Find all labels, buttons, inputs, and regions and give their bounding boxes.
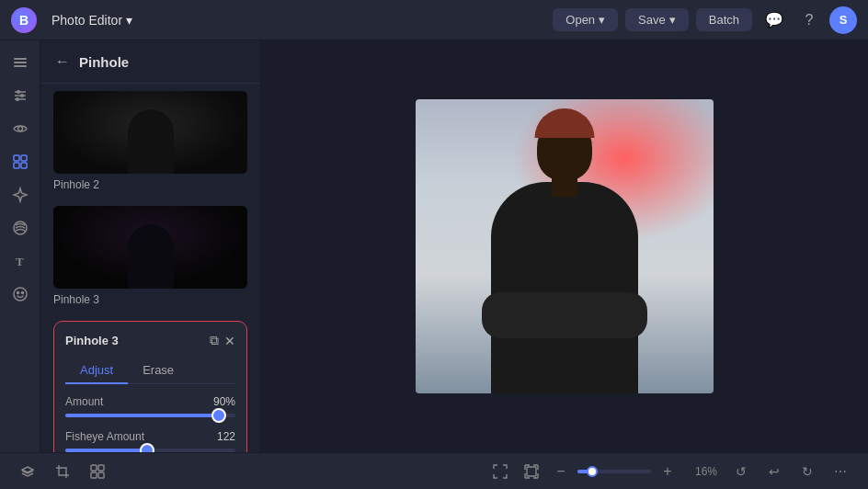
svg-rect-13 <box>21 163 27 168</box>
save-label: Save <box>638 13 666 27</box>
filters-tool-button[interactable] <box>6 147 35 176</box>
texture-tool-button[interactable] <box>6 213 35 243</box>
list-item[interactable]: Pinhole 3 <box>40 199 260 313</box>
fisheye-row: Fisheye Amount 122 <box>65 430 235 443</box>
fisheye-value: 122 <box>217 430 235 443</box>
rotate-left-button[interactable]: ↺ <box>728 459 754 484</box>
copy-icon-button[interactable]: ⧉ <box>210 333 219 348</box>
topbar: B Photo Editor ▾ Open ▾ Save ▾ Batch 💬 ?… <box>0 0 868 40</box>
app-logo: B <box>11 7 37 33</box>
open-chevron-icon: ▾ <box>599 13 605 27</box>
svg-text:T: T <box>16 255 24 268</box>
text-tool-button[interactable]: T <box>6 246 35 276</box>
title-chevron-icon: ▾ <box>126 13 132 28</box>
bottombar-right: ↺ ↩ ↻ ⋯ <box>728 459 853 484</box>
filter-thumbnail <box>53 91 247 174</box>
amount-slider-thumb[interactable] <box>211 408 226 423</box>
photo-canvas <box>416 99 714 393</box>
svg-rect-19 <box>91 465 97 471</box>
layers-bottom-button[interactable] <box>15 459 40 484</box>
filter-label: Pinhole 2 <box>53 178 247 191</box>
tab-adjust[interactable]: Adjust <box>65 358 128 384</box>
svg-point-4 <box>17 90 20 94</box>
svg-point-18 <box>21 292 23 294</box>
back-button[interactable]: ← <box>53 51 72 72</box>
amount-row: Amount 90% <box>65 395 235 408</box>
fisheye-label: Fisheye Amount <box>65 430 144 443</box>
close-icon-button[interactable]: ✕ <box>224 333 235 348</box>
undo-button[interactable]: ↩ <box>761 459 787 484</box>
batch-label: Batch <box>709 13 739 27</box>
filter-panel-title: Pinhole <box>79 54 129 70</box>
zoom-percentage: 16% <box>684 465 717 478</box>
redo-button[interactable]: ↻ <box>794 459 820 484</box>
svg-point-17 <box>17 292 18 294</box>
svg-rect-22 <box>98 472 104 478</box>
zoom-in-button[interactable]: + <box>657 461 679 483</box>
fisheye-slider-track[interactable] <box>65 449 235 452</box>
popup-tabs: Adjust Erase <box>65 358 235 384</box>
chat-icon-button[interactable]: 💬 <box>760 6 789 35</box>
svg-rect-11 <box>21 155 27 161</box>
zoom-controls: − + 16% <box>487 459 717 484</box>
svg-point-16 <box>14 288 27 301</box>
pinhole3-section: Pinhole 3 Pinhole 3 ⧉ ✕ Adjust Erase A <box>40 199 260 452</box>
filter-panel-header: ← Pinhole <box>40 40 260 84</box>
open-button[interactable]: Open ▾ <box>553 8 618 31</box>
photo-overlay <box>416 99 714 393</box>
svg-point-6 <box>20 94 24 97</box>
expand-button[interactable] <box>487 459 513 484</box>
popup-title: Pinhole 3 <box>65 334 119 347</box>
amount-slider-fill <box>65 414 219 417</box>
amount-label: Amount <box>65 395 103 408</box>
topbar-icons: 💬 ? S <box>760 6 857 35</box>
svg-rect-10 <box>14 155 19 161</box>
effects-tool-button[interactable] <box>6 180 35 210</box>
more-button[interactable]: ⋯ <box>828 459 853 484</box>
canvas-area <box>261 40 868 452</box>
svg-rect-20 <box>98 465 104 471</box>
sticker-tool-button[interactable] <box>6 279 35 309</box>
app-title-button[interactable]: Photo Editor ▾ <box>44 9 140 31</box>
zoom-thumb[interactable] <box>587 466 598 477</box>
filter-label: Pinhole 3 <box>53 293 247 306</box>
tab-erase[interactable]: Erase <box>128 358 188 384</box>
batch-button[interactable]: Batch <box>696 8 752 31</box>
svg-rect-0 <box>14 58 27 60</box>
popup-card-header: Pinhole 3 ⧉ ✕ <box>65 333 235 348</box>
list-item[interactable]: Pinhole 2 <box>40 84 260 199</box>
svg-rect-1 <box>14 62 27 63</box>
logo-letter: B <box>19 13 29 28</box>
icon-sidebar: T <box>0 40 40 452</box>
user-avatar[interactable]: S <box>829 6 857 34</box>
amount-slider-track[interactable] <box>65 414 235 417</box>
svg-rect-12 <box>14 163 19 168</box>
grid-bottom-button[interactable] <box>85 459 110 484</box>
open-label: Open <box>565 13 595 27</box>
filter-thumbnail <box>53 206 247 289</box>
svg-point-8 <box>16 97 19 101</box>
filter-panel: ← Pinhole Pinhole 2 P <box>40 40 261 452</box>
fisheye-slider-fill <box>65 449 147 452</box>
app-title: Photo Editor <box>51 13 122 28</box>
bottombar: − + 16% ↺ ↩ ↻ ⋯ <box>0 452 868 489</box>
popup-card: Pinhole 3 ⧉ ✕ Adjust Erase Amount 90% <box>53 321 247 452</box>
svg-rect-23 <box>527 467 536 476</box>
save-button[interactable]: Save ▾ <box>625 8 689 31</box>
adjustments-tool-button[interactable] <box>6 81 35 110</box>
zoom-slider[interactable] <box>577 470 651 473</box>
svg-rect-21 <box>91 472 97 478</box>
eye-tool-button[interactable] <box>6 114 35 143</box>
zoom-out-button[interactable]: − <box>550 461 572 483</box>
svg-point-9 <box>17 127 22 131</box>
main-area: T ← Pinhole Pinhole 2 <box>0 40 868 452</box>
crop-bottom-button[interactable] <box>50 459 75 484</box>
fisheye-slider-thumb[interactable] <box>140 443 154 452</box>
resize-button[interactable] <box>519 459 544 484</box>
save-chevron-icon: ▾ <box>669 13 676 27</box>
layers-tool-button[interactable] <box>6 48 35 77</box>
popup-card-icons: ⧉ ✕ <box>210 333 235 348</box>
help-icon-button[interactable]: ? <box>794 6 824 35</box>
svg-rect-2 <box>14 65 27 67</box>
bottombar-left <box>15 459 110 484</box>
